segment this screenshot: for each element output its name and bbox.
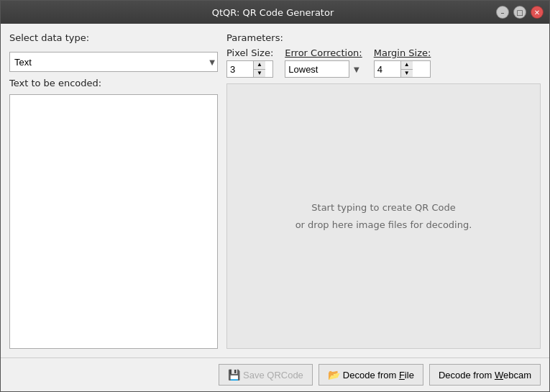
margin-size-group: Margin Size: ▲ ▼ <box>374 47 431 78</box>
margin-size-down[interactable]: ▼ <box>401 69 413 78</box>
close-icon: ✕ <box>534 9 540 17</box>
qr-preview[interactable]: Start typing to create QR Code or drop h… <box>226 83 541 349</box>
pixel-size-spinner: ▲ ▼ <box>226 60 273 78</box>
minimize-icon: – <box>501 9 505 17</box>
preview-line1: Start typing to create QR Code <box>311 199 455 216</box>
save-qrcode-label: Save QRCode <box>243 370 303 380</box>
pixel-size-spin-buttons: ▲ ▼ <box>253 61 265 77</box>
close-button[interactable]: ✕ <box>531 6 544 19</box>
text-input[interactable] <box>9 94 218 349</box>
params-section: Parameters: Pixel Size: ▲ ▼ <box>226 32 541 78</box>
decode-webcam-button[interactable]: Decode from Webcam <box>429 364 541 386</box>
preview-line2: or drop here image files for decoding. <box>295 216 472 233</box>
pixel-size-up[interactable]: ▲ <box>254 61 265 69</box>
maximize-button[interactable]: □ <box>513 6 526 19</box>
window-title: QtQR: QR Code Generator <box>50 7 496 18</box>
margin-size-spin-buttons: ▲ ▼ <box>400 61 413 77</box>
error-correction-arrow: ▼ <box>354 65 359 73</box>
error-correction-group: Error Correction: Lowest Low Medium High… <box>285 47 362 78</box>
error-correction-select[interactable]: Lowest Low Medium High <box>285 60 349 78</box>
left-panel: Select data type: Text URL Email Phone S… <box>9 32 218 349</box>
decode-file-label: Decode from File <box>343 370 414 380</box>
params-row: Pixel Size: ▲ ▼ Error Correction: <box>226 47 541 78</box>
margin-size-input[interactable] <box>375 61 400 77</box>
decode-file-button[interactable]: 📂 Decode from File <box>318 364 423 386</box>
pixel-size-input[interactable] <box>227 61 253 77</box>
main-content: Select data type: Text URL Email Phone S… <box>1 24 549 357</box>
main-window: QtQR: QR Code Generator – □ ✕ Select dat… <box>0 0 550 392</box>
text-input-label: Text to be encoded: <box>9 78 218 88</box>
titlebar: QtQR: QR Code Generator – □ ✕ <box>1 1 549 24</box>
bottom-bar: 💾 Save QRCode 📂 Decode from File Decode … <box>1 357 549 391</box>
right-panel: Parameters: Pixel Size: ▲ ▼ <box>226 32 541 349</box>
margin-size-spinner: ▲ ▼ <box>374 60 431 78</box>
margin-size-label: Margin Size: <box>374 47 431 58</box>
decode-webcam-label: Decode from Webcam <box>439 370 531 380</box>
folder-icon: 📂 <box>328 369 340 380</box>
titlebar-controls: – □ ✕ <box>496 6 544 19</box>
data-type-select-wrapper: Text URL Email Phone SMS WiFi ▼ <box>9 52 218 72</box>
params-title: Parameters: <box>226 32 541 43</box>
pixel-size-label: Pixel Size: <box>226 47 273 58</box>
error-correction-label: Error Correction: <box>285 47 362 58</box>
pixel-size-down[interactable]: ▼ <box>254 69 265 78</box>
save-qrcode-button[interactable]: 💾 Save QRCode <box>219 364 313 386</box>
maximize-icon: □ <box>516 9 523 17</box>
pixel-size-group: Pixel Size: ▲ ▼ <box>226 47 273 78</box>
error-correction-select-wrapper: Lowest Low Medium High ▼ <box>285 60 362 78</box>
save-icon: 💾 <box>228 369 240 380</box>
data-type-select[interactable]: Text URL Email Phone SMS WiFi <box>9 52 218 72</box>
data-type-label: Select data type: <box>9 32 218 43</box>
minimize-button[interactable]: – <box>496 6 509 19</box>
margin-size-up[interactable]: ▲ <box>401 61 413 69</box>
